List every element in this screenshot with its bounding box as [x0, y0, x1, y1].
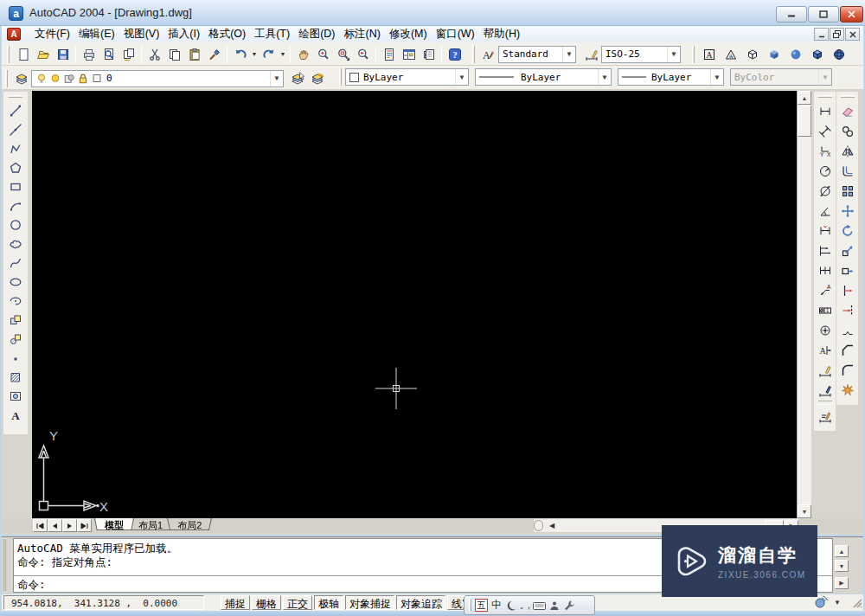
dim-edit-button[interactable]	[815, 360, 835, 380]
plot-button[interactable]	[79, 44, 99, 64]
dim-diameter-button[interactable]	[815, 181, 835, 201]
circle-button[interactable]	[6, 215, 26, 234]
toolbar-grip[interactable]	[841, 95, 855, 98]
toggle-对象捕捉[interactable]: 对象捕捉	[345, 595, 394, 610]
toolbar-grip[interactable]	[339, 68, 342, 86]
extend-button[interactable]	[837, 300, 857, 320]
lineweight-combo[interactable]: ByLayer ▼	[618, 68, 724, 86]
layer-previous-icon[interactable]	[307, 68, 327, 88]
hatch-button[interactable]	[6, 368, 26, 387]
tab-first-button[interactable]	[33, 519, 48, 532]
dim-angular-button[interactable]	[815, 201, 835, 221]
dim-radius-button[interactable]	[815, 161, 835, 181]
command-scroll-down-button[interactable]: ▼	[835, 560, 849, 572]
moon-icon[interactable]	[505, 600, 516, 611]
menu-3[interactable]: 视图(V)	[120, 25, 163, 43]
publish-button[interactable]	[119, 44, 138, 64]
dim-baseline-button[interactable]	[815, 241, 835, 260]
redo-dropdown-arrow[interactable]: ▼	[279, 44, 287, 64]
line-button[interactable]	[6, 101, 26, 120]
open-button[interactable]	[33, 44, 53, 64]
linetype-combo[interactable]: ByLayer ▼	[475, 68, 612, 86]
command-scroll-right-button[interactable]: ▶	[835, 577, 849, 589]
scroll-left-button[interactable]: ◀	[546, 522, 558, 529]
person-icon[interactable]	[549, 600, 560, 611]
arc-button[interactable]	[6, 196, 26, 215]
combo-arrow-icon[interactable]: ▼	[710, 69, 723, 85]
shade-hidden-button[interactable]	[741, 44, 763, 64]
ellipse-arc-button[interactable]	[6, 292, 26, 311]
scrollbar-splitter[interactable]	[534, 520, 543, 531]
tab-last-button[interactable]	[77, 519, 92, 532]
close-button[interactable]	[840, 6, 863, 22]
dim-style-icon[interactable]	[581, 44, 601, 64]
toolbar-grip[interactable]	[472, 46, 475, 63]
ime-punctuation[interactable]: 。,	[520, 600, 529, 612]
rectangle-button[interactable]	[6, 177, 26, 196]
spline-button[interactable]	[6, 253, 26, 273]
dim-style-btn-button[interactable]	[815, 406, 835, 426]
toolbar-grip[interactable]	[7, 46, 10, 63]
polygon-button[interactable]	[6, 158, 26, 177]
toolbar-grip[interactable]	[692, 46, 695, 63]
construction-line-button[interactable]	[6, 120, 26, 139]
combo-arrow-icon[interactable]: ▼	[455, 69, 468, 85]
erase-button[interactable]	[837, 101, 857, 121]
pan-button[interactable]	[293, 44, 313, 64]
mdi-minimize-button[interactable]	[814, 28, 829, 41]
command-window-grip[interactable]	[3, 539, 11, 591]
shade-gouraud-edges-button[interactable]	[828, 44, 849, 64]
text-style-icon[interactable]: A	[478, 44, 498, 64]
menu-9[interactable]: 修改(M)	[386, 25, 431, 43]
zoom-previous-button[interactable]	[353, 44, 373, 64]
vertical-scrollbar[interactable]: ▲ ▼	[797, 91, 811, 518]
toggle-栅格[interactable]: 栅格	[252, 595, 281, 610]
layer-combo[interactable]: 0 ▼	[31, 70, 284, 87]
combo-arrow-icon[interactable]: ▼	[598, 69, 611, 85]
trim-button[interactable]	[837, 280, 857, 300]
menu-6[interactable]: 工具(T)	[251, 25, 293, 43]
scroll-down-button[interactable]: ▼	[798, 504, 811, 518]
ime-grip[interactable]	[469, 600, 471, 611]
scroll-thumb[interactable]	[798, 106, 811, 137]
menu-10[interactable]: 窗口(W)	[432, 25, 478, 43]
quick-dimension-button[interactable]	[815, 221, 835, 241]
drawing-area[interactable]: Y X	[32, 91, 797, 518]
cut-button[interactable]	[144, 44, 164, 64]
stretch-button[interactable]	[837, 260, 857, 280]
save-button[interactable]	[53, 44, 73, 64]
ime-input-mode[interactable]: 五	[475, 599, 488, 612]
combo-arrow-icon[interactable]: ▼	[562, 47, 575, 62]
dim-text-edit-button[interactable]: A	[815, 340, 835, 360]
menu-7[interactable]: 绘图(D)	[295, 25, 338, 43]
region-button[interactable]	[6, 387, 26, 406]
redo-button[interactable]	[259, 44, 279, 64]
color-combo[interactable]: ByLayer ▼	[345, 68, 469, 86]
combo-arrow-icon[interactable]: ▼	[667, 47, 680, 62]
tab-布局2[interactable]: 布局2	[167, 518, 212, 532]
communication-center-icon[interactable]	[813, 595, 828, 610]
command-scroll-up-button[interactable]: ▲	[835, 545, 849, 557]
dim-aligned-button[interactable]	[815, 121, 835, 141]
dim-style-combo[interactable]: ISO-25▼	[601, 46, 681, 63]
command-prompt[interactable]: 命令:	[14, 578, 49, 592]
zoom-realtime-button[interactable]	[313, 44, 333, 64]
combo-arrow-icon[interactable]: ▼	[270, 71, 283, 87]
rotate-button[interactable]	[837, 221, 857, 241]
scale-button[interactable]	[837, 241, 857, 260]
tool-palettes-button[interactable]	[419, 44, 439, 64]
ellipse-button[interactable]	[6, 273, 26, 292]
point-button[interactable]	[6, 349, 26, 368]
toggle-对象追踪[interactable]: 对象追踪	[396, 595, 445, 610]
scroll-up-button[interactable]: ▲	[798, 91, 811, 105]
match-properties-button[interactable]	[204, 44, 224, 64]
menu-1[interactable]: 文件(F)	[31, 25, 74, 43]
copy-button[interactable]	[164, 44, 184, 64]
multiline-text-button[interactable]: A	[6, 406, 26, 425]
text-style-combo[interactable]: Standard▼	[498, 46, 576, 63]
plot-preview-button[interactable]	[99, 44, 119, 64]
make-object-layer-current-icon[interactable]	[287, 68, 307, 88]
maximize-button[interactable]	[808, 6, 839, 22]
wrench-icon[interactable]	[563, 600, 574, 611]
break-button[interactable]	[837, 320, 857, 340]
